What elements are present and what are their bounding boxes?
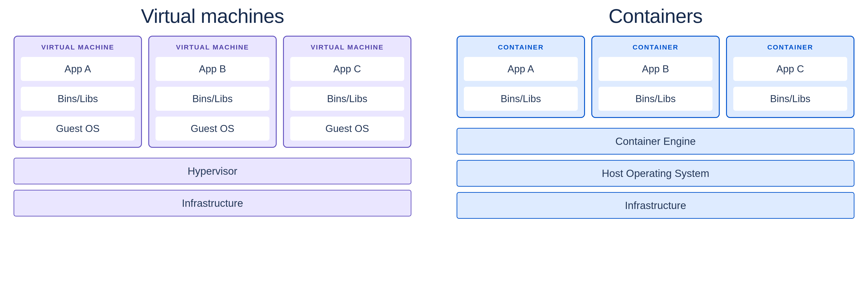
vm-layer-bins: Bins/Libs — [290, 87, 404, 111]
vm-layer-bins: Bins/Libs — [21, 87, 135, 111]
ct-unit-label: CONTAINER — [733, 43, 847, 51]
ct-base-infrastructure: Infrastructure — [457, 192, 855, 219]
vm-layer-guestos: Guest OS — [21, 116, 135, 140]
ct-base-stack: Container Engine Host Operating System I… — [457, 128, 855, 219]
vm-layer-app: App A — [21, 57, 135, 81]
vm-unit-label: VIRTUAL MACHINE — [156, 43, 270, 51]
ct-units-row: CONTAINER App A Bins/Libs CONTAINER App … — [457, 36, 855, 118]
vm-base-hypervisor: Hypervisor — [13, 158, 411, 185]
vm-unit: VIRTUAL MACHINE App C Bins/Libs Guest OS — [283, 36, 411, 148]
vm-layer-bins: Bins/Libs — [156, 87, 270, 111]
ct-layer-app: App C — [733, 57, 847, 81]
vm-layer-app: App C — [290, 57, 404, 81]
ct-base-hostos: Host Operating System — [457, 160, 855, 187]
ct-unit: CONTAINER App B Bins/Libs — [591, 36, 720, 118]
vm-base-stack: Hypervisor Infrastructure — [13, 158, 411, 216]
ct-layer-bins: Bins/Libs — [598, 87, 712, 111]
vm-title: Virtual machines — [13, 4, 411, 28]
ct-title: Containers — [457, 4, 855, 28]
vm-column: Virtual machines VIRTUAL MACHINE App A B… — [13, 4, 411, 216]
ct-unit: CONTAINER App A Bins/Libs — [457, 36, 585, 118]
diagram-wrapper: Virtual machines VIRTUAL MACHINE App A B… — [7, 4, 861, 219]
vm-layer-guestos: Guest OS — [156, 116, 270, 140]
ct-unit-label: CONTAINER — [598, 43, 712, 51]
ct-unit: CONTAINER App C Bins/Libs — [726, 36, 855, 118]
vm-units-row: VIRTUAL MACHINE App A Bins/Libs Guest OS… — [13, 36, 411, 148]
ct-layer-app: App A — [464, 57, 578, 81]
vm-unit-label: VIRTUAL MACHINE — [290, 43, 404, 51]
ct-layer-bins: Bins/Libs — [733, 87, 847, 111]
vm-unit-label: VIRTUAL MACHINE — [21, 43, 135, 51]
ct-layer-bins: Bins/Libs — [464, 87, 578, 111]
vm-unit: VIRTUAL MACHINE App A Bins/Libs Guest OS — [13, 36, 142, 148]
ct-unit-label: CONTAINER — [464, 43, 578, 51]
ct-column: Containers CONTAINER App A Bins/Libs CON… — [457, 4, 855, 219]
vm-unit: VIRTUAL MACHINE App B Bins/Libs Guest OS — [148, 36, 277, 148]
vm-base-infrastructure: Infrastructure — [13, 190, 411, 216]
vm-layer-guestos: Guest OS — [290, 116, 404, 140]
ct-layer-app: App B — [598, 57, 712, 81]
vm-layer-app: App B — [156, 57, 270, 81]
ct-base-engine: Container Engine — [457, 128, 855, 155]
